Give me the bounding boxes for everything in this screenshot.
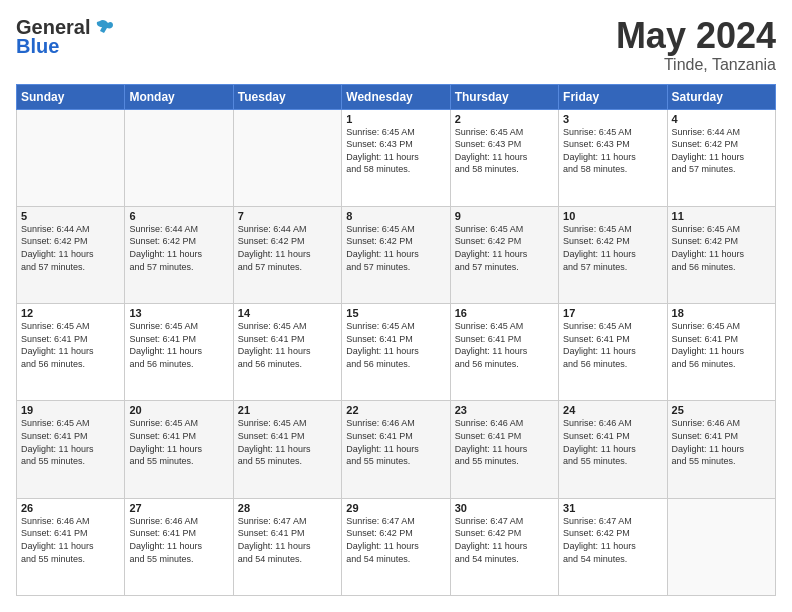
day-number: 5 (21, 210, 120, 222)
calendar-day-23: 23Sunrise: 6:46 AM Sunset: 6:41 PM Dayli… (450, 401, 558, 498)
location: Tinde, Tanzania (616, 56, 776, 74)
weekday-header-sunday: Sunday (17, 84, 125, 109)
day-number: 26 (21, 502, 120, 514)
logo-bird-icon (92, 19, 114, 37)
calendar-day-31: 31Sunrise: 6:47 AM Sunset: 6:42 PM Dayli… (559, 498, 667, 595)
day-info: Sunrise: 6:45 AM Sunset: 6:41 PM Dayligh… (21, 417, 120, 467)
day-info: Sunrise: 6:46 AM Sunset: 6:41 PM Dayligh… (563, 417, 662, 467)
calendar-day-16: 16Sunrise: 6:45 AM Sunset: 6:41 PM Dayli… (450, 304, 558, 401)
day-info: Sunrise: 6:46 AM Sunset: 6:41 PM Dayligh… (129, 515, 228, 565)
calendar-day-21: 21Sunrise: 6:45 AM Sunset: 6:41 PM Dayli… (233, 401, 341, 498)
logo: General Blue (16, 16, 114, 58)
calendar-day-empty (17, 109, 125, 206)
day-info: Sunrise: 6:45 AM Sunset: 6:41 PM Dayligh… (672, 320, 771, 370)
day-number: 29 (346, 502, 445, 514)
day-number: 15 (346, 307, 445, 319)
day-info: Sunrise: 6:45 AM Sunset: 6:43 PM Dayligh… (563, 126, 662, 176)
calendar-day-19: 19Sunrise: 6:45 AM Sunset: 6:41 PM Dayli… (17, 401, 125, 498)
calendar-day-8: 8Sunrise: 6:45 AM Sunset: 6:42 PM Daylig… (342, 206, 450, 303)
title-block: May 2024 Tinde, Tanzania (616, 16, 776, 74)
day-number: 1 (346, 113, 445, 125)
day-info: Sunrise: 6:44 AM Sunset: 6:42 PM Dayligh… (672, 126, 771, 176)
calendar-day-29: 29Sunrise: 6:47 AM Sunset: 6:42 PM Dayli… (342, 498, 450, 595)
day-number: 12 (21, 307, 120, 319)
calendar-week-row: 12Sunrise: 6:45 AM Sunset: 6:41 PM Dayli… (17, 304, 776, 401)
weekday-header-wednesday: Wednesday (342, 84, 450, 109)
day-number: 14 (238, 307, 337, 319)
day-number: 28 (238, 502, 337, 514)
calendar-week-row: 5Sunrise: 6:44 AM Sunset: 6:42 PM Daylig… (17, 206, 776, 303)
page: General Blue May 2024 Tinde, Tanzania Su… (0, 0, 792, 612)
day-number: 16 (455, 307, 554, 319)
calendar-day-4: 4Sunrise: 6:44 AM Sunset: 6:42 PM Daylig… (667, 109, 775, 206)
day-number: 24 (563, 404, 662, 416)
calendar-day-18: 18Sunrise: 6:45 AM Sunset: 6:41 PM Dayli… (667, 304, 775, 401)
calendar-day-30: 30Sunrise: 6:47 AM Sunset: 6:42 PM Dayli… (450, 498, 558, 595)
month-title: May 2024 (616, 16, 776, 56)
calendar-day-1: 1Sunrise: 6:45 AM Sunset: 6:43 PM Daylig… (342, 109, 450, 206)
day-number: 23 (455, 404, 554, 416)
day-number: 22 (346, 404, 445, 416)
day-number: 18 (672, 307, 771, 319)
day-number: 10 (563, 210, 662, 222)
calendar-day-25: 25Sunrise: 6:46 AM Sunset: 6:41 PM Dayli… (667, 401, 775, 498)
day-info: Sunrise: 6:45 AM Sunset: 6:41 PM Dayligh… (346, 320, 445, 370)
day-number: 2 (455, 113, 554, 125)
day-number: 20 (129, 404, 228, 416)
day-info: Sunrise: 6:45 AM Sunset: 6:41 PM Dayligh… (563, 320, 662, 370)
calendar-day-empty (667, 498, 775, 595)
calendar-day-13: 13Sunrise: 6:45 AM Sunset: 6:41 PM Dayli… (125, 304, 233, 401)
calendar-day-12: 12Sunrise: 6:45 AM Sunset: 6:41 PM Dayli… (17, 304, 125, 401)
calendar-day-6: 6Sunrise: 6:44 AM Sunset: 6:42 PM Daylig… (125, 206, 233, 303)
calendar-day-10: 10Sunrise: 6:45 AM Sunset: 6:42 PM Dayli… (559, 206, 667, 303)
day-info: Sunrise: 6:45 AM Sunset: 6:42 PM Dayligh… (672, 223, 771, 273)
day-info: Sunrise: 6:45 AM Sunset: 6:41 PM Dayligh… (21, 320, 120, 370)
day-number: 25 (672, 404, 771, 416)
calendar-day-7: 7Sunrise: 6:44 AM Sunset: 6:42 PM Daylig… (233, 206, 341, 303)
day-number: 7 (238, 210, 337, 222)
weekday-header-monday: Monday (125, 84, 233, 109)
calendar-day-2: 2Sunrise: 6:45 AM Sunset: 6:43 PM Daylig… (450, 109, 558, 206)
logo-blue-text: Blue (16, 35, 59, 58)
day-info: Sunrise: 6:44 AM Sunset: 6:42 PM Dayligh… (238, 223, 337, 273)
weekday-header-tuesday: Tuesday (233, 84, 341, 109)
day-number: 31 (563, 502, 662, 514)
day-number: 4 (672, 113, 771, 125)
day-info: Sunrise: 6:46 AM Sunset: 6:41 PM Dayligh… (21, 515, 120, 565)
calendar-day-11: 11Sunrise: 6:45 AM Sunset: 6:42 PM Dayli… (667, 206, 775, 303)
day-info: Sunrise: 6:46 AM Sunset: 6:41 PM Dayligh… (455, 417, 554, 467)
day-number: 30 (455, 502, 554, 514)
day-number: 21 (238, 404, 337, 416)
day-info: Sunrise: 6:45 AM Sunset: 6:42 PM Dayligh… (455, 223, 554, 273)
weekday-header-row: SundayMondayTuesdayWednesdayThursdayFrid… (17, 84, 776, 109)
day-info: Sunrise: 6:45 AM Sunset: 6:41 PM Dayligh… (129, 417, 228, 467)
day-info: Sunrise: 6:45 AM Sunset: 6:43 PM Dayligh… (455, 126, 554, 176)
calendar-day-17: 17Sunrise: 6:45 AM Sunset: 6:41 PM Dayli… (559, 304, 667, 401)
calendar-day-9: 9Sunrise: 6:45 AM Sunset: 6:42 PM Daylig… (450, 206, 558, 303)
calendar-week-row: 19Sunrise: 6:45 AM Sunset: 6:41 PM Dayli… (17, 401, 776, 498)
day-info: Sunrise: 6:45 AM Sunset: 6:42 PM Dayligh… (563, 223, 662, 273)
day-info: Sunrise: 6:44 AM Sunset: 6:42 PM Dayligh… (129, 223, 228, 273)
calendar-day-empty (125, 109, 233, 206)
calendar-day-14: 14Sunrise: 6:45 AM Sunset: 6:41 PM Dayli… (233, 304, 341, 401)
calendar-week-row: 26Sunrise: 6:46 AM Sunset: 6:41 PM Dayli… (17, 498, 776, 595)
day-info: Sunrise: 6:46 AM Sunset: 6:41 PM Dayligh… (672, 417, 771, 467)
calendar-day-empty (233, 109, 341, 206)
calendar-day-28: 28Sunrise: 6:47 AM Sunset: 6:41 PM Dayli… (233, 498, 341, 595)
day-number: 8 (346, 210, 445, 222)
calendar-day-15: 15Sunrise: 6:45 AM Sunset: 6:41 PM Dayli… (342, 304, 450, 401)
day-number: 9 (455, 210, 554, 222)
day-info: Sunrise: 6:45 AM Sunset: 6:41 PM Dayligh… (238, 320, 337, 370)
header: General Blue May 2024 Tinde, Tanzania (16, 16, 776, 74)
weekday-header-thursday: Thursday (450, 84, 558, 109)
calendar-day-20: 20Sunrise: 6:45 AM Sunset: 6:41 PM Dayli… (125, 401, 233, 498)
day-info: Sunrise: 6:47 AM Sunset: 6:42 PM Dayligh… (563, 515, 662, 565)
day-number: 13 (129, 307, 228, 319)
day-info: Sunrise: 6:45 AM Sunset: 6:41 PM Dayligh… (129, 320, 228, 370)
calendar-day-3: 3Sunrise: 6:45 AM Sunset: 6:43 PM Daylig… (559, 109, 667, 206)
day-number: 6 (129, 210, 228, 222)
calendar-week-row: 1Sunrise: 6:45 AM Sunset: 6:43 PM Daylig… (17, 109, 776, 206)
day-info: Sunrise: 6:47 AM Sunset: 6:42 PM Dayligh… (346, 515, 445, 565)
day-number: 17 (563, 307, 662, 319)
day-info: Sunrise: 6:44 AM Sunset: 6:42 PM Dayligh… (21, 223, 120, 273)
